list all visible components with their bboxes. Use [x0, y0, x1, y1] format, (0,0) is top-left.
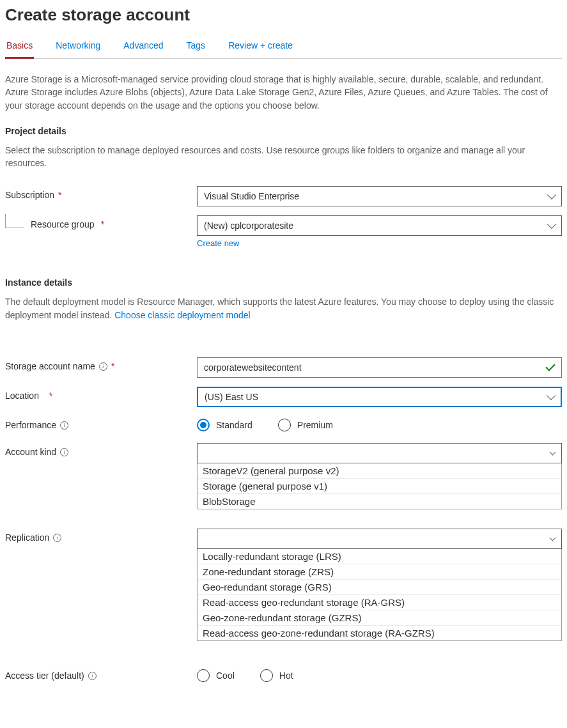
- account-kind-label: Account kind i: [5, 443, 197, 457]
- radio-unchecked-icon: [278, 419, 291, 431]
- radio-checked-icon: [197, 419, 210, 431]
- performance-label: Performance i: [5, 416, 197, 430]
- replication-option[interactable]: Geo-zone-redundant storage (GZRS): [198, 610, 561, 626]
- location-label: Location *: [5, 387, 197, 401]
- page-title: Create storage account: [5, 5, 562, 25]
- access-tier-cool-label: Cool: [216, 670, 235, 681]
- radio-unchecked-icon: [197, 669, 210, 682]
- tab-basics[interactable]: Basics: [5, 36, 34, 59]
- info-icon[interactable]: i: [60, 421, 68, 430]
- replication-label: Replication i: [5, 529, 197, 543]
- storage-account-name-value: corporatewebsitecontent: [204, 362, 302, 373]
- check-icon: [545, 361, 555, 371]
- intro-text: Azure Storage is a Microsoft-managed ser…: [5, 73, 562, 112]
- access-tier-hot-label: Hot: [279, 670, 293, 681]
- subscription-select[interactable]: Visual Studio Enterprise: [197, 186, 562, 206]
- replication-option[interactable]: Geo-redundant storage (GRS): [198, 580, 561, 595]
- replication-select[interactable]: [197, 529, 562, 549]
- create-new-link[interactable]: Create new: [197, 238, 239, 248]
- tab-advanced[interactable]: Advanced: [122, 36, 164, 59]
- info-icon[interactable]: i: [60, 448, 68, 456]
- performance-standard-radio[interactable]: Standard: [197, 419, 252, 431]
- resource-group-select[interactable]: (New) cplcorporatesite: [197, 215, 562, 236]
- chevron-down-icon: [547, 220, 556, 229]
- performance-premium-label: Premium: [297, 420, 333, 430]
- chevron-down-icon: [550, 534, 556, 541]
- classic-deployment-link[interactable]: Choose classic deployment model: [114, 310, 250, 320]
- replication-listbox: Locally-redundant storage (LRS) Zone-red…: [197, 548, 562, 641]
- info-icon[interactable]: i: [53, 534, 61, 542]
- storage-account-name-input[interactable]: corporatewebsitecontent: [197, 357, 562, 378]
- replication-option[interactable]: Read-access geo-zone-redundant storage (…: [198, 626, 561, 640]
- location-select[interactable]: (US) East US: [197, 387, 562, 407]
- instance-details-desc: The default deployment model is Resource…: [5, 295, 562, 321]
- chevron-down-icon: [547, 190, 556, 199]
- performance-premium-radio[interactable]: Premium: [278, 419, 333, 431]
- account-kind-option[interactable]: BlobStorage: [198, 494, 561, 509]
- tab-networking[interactable]: Networking: [54, 36, 102, 59]
- account-kind-option[interactable]: StorageV2 (general purpose v2): [198, 463, 561, 479]
- account-kind-listbox: StorageV2 (general purpose v2) Storage (…: [197, 463, 562, 509]
- account-kind-option[interactable]: Storage (general purpose v1): [198, 479, 561, 494]
- access-tier-hot-radio[interactable]: Hot: [260, 669, 293, 682]
- project-details-heading: Project details: [5, 126, 562, 136]
- storage-account-name-label: Storage account name i *: [5, 357, 197, 371]
- replication-option[interactable]: Locally-redundant storage (LRS): [198, 549, 561, 564]
- performance-standard-label: Standard: [216, 420, 252, 430]
- subscription-value: Visual Studio Enterprise: [204, 191, 299, 201]
- subscription-label: Subscription*: [5, 186, 197, 200]
- info-icon[interactable]: i: [88, 672, 97, 680]
- account-kind-select[interactable]: [197, 443, 562, 463]
- replication-option[interactable]: Zone-redundant storage (ZRS): [198, 564, 561, 580]
- project-details-desc: Select the subscription to manage deploy…: [5, 144, 562, 170]
- location-value: (US) East US: [205, 392, 258, 402]
- chevron-down-icon: [547, 391, 555, 400]
- info-icon[interactable]: i: [99, 362, 107, 371]
- access-tier-label: Access tier (default) i: [5, 667, 197, 681]
- radio-unchecked-icon: [260, 669, 273, 682]
- resource-group-value: (New) cplcorporatesite: [204, 221, 293, 231]
- tab-tags[interactable]: Tags: [185, 36, 207, 59]
- resource-group-label: Resource group*: [5, 215, 197, 229]
- tree-elbow-icon: [5, 214, 24, 228]
- instance-details-heading: Instance details: [5, 277, 562, 288]
- access-tier-cool-radio[interactable]: Cool: [197, 669, 235, 682]
- replication-option[interactable]: Read-access geo-redundant storage (RA-GR…: [198, 595, 561, 610]
- tab-bar: Basics Networking Advanced Tags Review +…: [5, 36, 562, 59]
- tab-review-create[interactable]: Review + create: [227, 36, 294, 59]
- chevron-down-icon: [550, 449, 556, 455]
